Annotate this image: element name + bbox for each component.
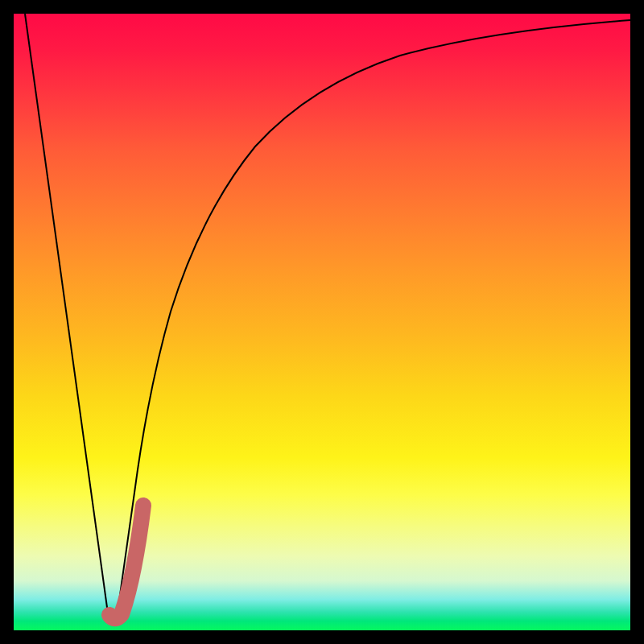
chart-right-curve xyxy=(117,20,630,619)
watermark-text: TheBottleneck.com xyxy=(509,0,644,4)
chart-frame xyxy=(14,14,630,630)
chart-left-slope xyxy=(25,14,109,619)
chart-highlight-stroke xyxy=(109,506,143,618)
chart-overlay xyxy=(14,14,630,630)
